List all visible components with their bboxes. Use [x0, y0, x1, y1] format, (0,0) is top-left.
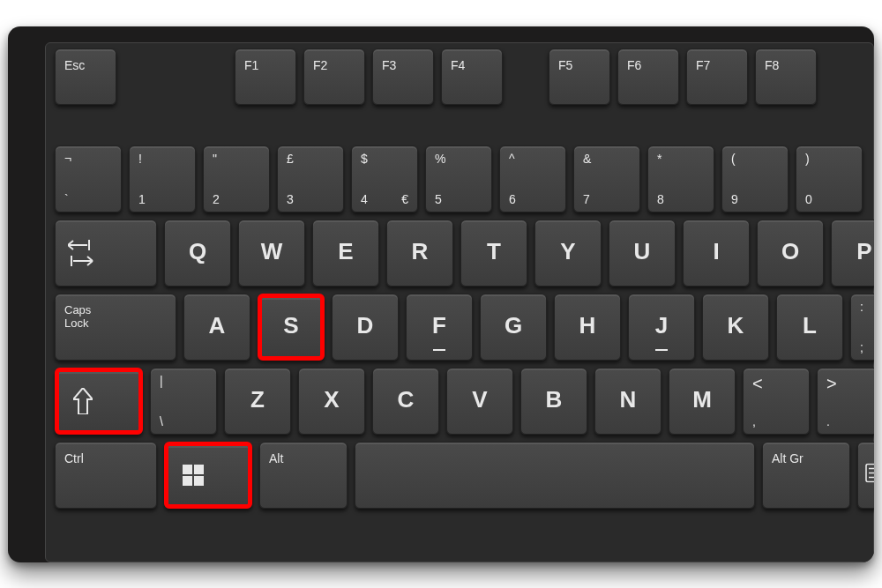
- key-x[interactable]: X: [298, 368, 365, 435]
- windows-icon: [183, 465, 204, 486]
- row-qwerty: Q W E R T Y U I O P: [51, 220, 874, 287]
- key-9-top: (: [731, 152, 736, 166]
- key-b[interactable]: B: [520, 368, 587, 435]
- key-0-top: ): [805, 152, 810, 166]
- key-h-label: H: [579, 311, 596, 339]
- key-altgr[interactable]: Alt Gr: [762, 442, 850, 509]
- row-function: Esc: [51, 48, 120, 105]
- key-k[interactable]: K: [702, 294, 769, 361]
- key-period[interactable]: >.: [817, 368, 874, 435]
- key-1[interactable]: !1: [129, 145, 196, 212]
- key-menu[interactable]: [857, 442, 874, 509]
- key-space[interactable]: [355, 442, 755, 509]
- key-f7[interactable]: F7: [686, 48, 748, 105]
- key-backslash-top: |: [160, 374, 163, 388]
- key-v[interactable]: V: [446, 368, 513, 435]
- key-7[interactable]: &7: [573, 145, 640, 212]
- key-k-label: K: [728, 311, 744, 339]
- key-shift-left[interactable]: [55, 368, 143, 435]
- key-backtick-top: ¬: [64, 152, 71, 166]
- key-7-bottom: 7: [583, 192, 590, 206]
- key-9[interactable]: (9: [721, 145, 789, 212]
- key-ctrl-left[interactable]: Ctrl: [55, 442, 157, 509]
- key-semicolon[interactable]: :;: [850, 294, 874, 361]
- key-f5[interactable]: F5: [549, 48, 610, 105]
- key-7-top: &: [583, 152, 591, 166]
- key-i-label: I: [713, 237, 719, 264]
- key-2-bottom: 2: [213, 192, 220, 206]
- key-s-label: S: [283, 311, 298, 339]
- key-backslash[interactable]: |\: [150, 368, 217, 435]
- key-backtick[interactable]: ¬ `: [55, 145, 122, 212]
- key-backslash-bottom: \: [160, 414, 163, 428]
- key-n[interactable]: N: [594, 368, 662, 435]
- key-3[interactable]: £3: [277, 145, 344, 212]
- key-capslock[interactable]: Caps Lock: [55, 294, 176, 361]
- key-j[interactable]: J: [628, 294, 695, 361]
- key-8[interactable]: *8: [647, 145, 714, 212]
- key-z-label: Z: [250, 385, 265, 413]
- key-1-bottom: 1: [138, 192, 146, 206]
- key-f3[interactable]: F3: [372, 48, 434, 105]
- key-f-bump: [433, 349, 445, 351]
- key-q-label: Q: [189, 237, 206, 264]
- key-5-top: %: [435, 152, 445, 166]
- key-f[interactable]: F: [406, 294, 473, 361]
- key-w[interactable]: W: [238, 220, 305, 287]
- key-p-label: P: [856, 237, 871, 264]
- key-f1-label: F1: [244, 58, 258, 72]
- key-f4-label: F4: [451, 58, 465, 72]
- key-6[interactable]: ^6: [499, 145, 566, 212]
- key-f1[interactable]: F1: [235, 48, 296, 105]
- menu-icon: [865, 463, 874, 487]
- key-tab[interactable]: [55, 220, 157, 287]
- key-i[interactable]: I: [683, 220, 750, 287]
- key-3-bottom: 3: [287, 192, 294, 206]
- key-semicolon-bottom: ;: [860, 340, 863, 354]
- key-5[interactable]: %5: [425, 145, 492, 212]
- key-r[interactable]: R: [386, 220, 453, 287]
- key-g[interactable]: G: [480, 294, 547, 361]
- key-e[interactable]: E: [312, 220, 379, 287]
- key-c[interactable]: C: [372, 368, 439, 435]
- key-alt-left[interactable]: Alt: [259, 442, 348, 509]
- key-g-label: G: [505, 311, 522, 339]
- key-period-top: >: [826, 374, 837, 394]
- key-windows[interactable]: [164, 442, 252, 509]
- key-t[interactable]: T: [460, 220, 527, 287]
- key-comma-top: <: [752, 374, 763, 394]
- key-4[interactable]: $4€: [351, 145, 418, 212]
- key-0[interactable]: )0: [796, 145, 863, 212]
- key-m[interactable]: M: [669, 368, 736, 435]
- key-p[interactable]: P: [831, 220, 874, 287]
- key-comma[interactable]: <,: [743, 368, 810, 435]
- key-esc[interactable]: Esc: [55, 48, 116, 105]
- key-a[interactable]: A: [183, 294, 250, 361]
- key-m-label: M: [692, 385, 712, 413]
- key-0-bottom: 0: [805, 192, 812, 206]
- key-n-label: N: [620, 385, 637, 413]
- key-f7-label: F7: [696, 58, 710, 72]
- key-d[interactable]: D: [332, 294, 399, 361]
- row-shift: |\ Z X C V B N M <, >.: [51, 368, 874, 435]
- key-y[interactable]: Y: [534, 220, 602, 287]
- key-h[interactable]: H: [554, 294, 621, 361]
- key-z[interactable]: Z: [224, 368, 291, 435]
- tab-icon: [68, 238, 94, 268]
- key-o[interactable]: O: [757, 220, 824, 287]
- key-s[interactable]: S: [258, 294, 325, 361]
- key-q[interactable]: Q: [164, 220, 231, 287]
- key-l[interactable]: L: [776, 294, 843, 361]
- key-6-top: ^: [509, 152, 515, 166]
- key-f6[interactable]: F6: [617, 48, 679, 105]
- key-2[interactable]: "2: [203, 145, 270, 212]
- key-f4[interactable]: F4: [441, 48, 503, 105]
- key-f2-label: F2: [313, 58, 327, 72]
- svg-rect-7: [194, 476, 204, 486]
- key-u[interactable]: U: [609, 220, 676, 287]
- key-f2[interactable]: F2: [303, 48, 365, 105]
- key-o-label: O: [781, 237, 799, 264]
- key-a-label: A: [209, 311, 226, 339]
- key-4-euro: €: [401, 192, 408, 206]
- key-f8[interactable]: F8: [755, 48, 817, 105]
